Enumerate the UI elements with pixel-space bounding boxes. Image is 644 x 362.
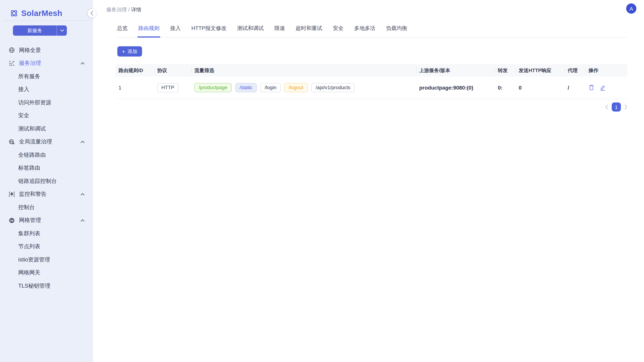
app-title: SolarMesh	[21, 9, 62, 18]
table-row: 1 HTTP /productpage /static /login /logo…	[116, 77, 627, 99]
sidebar-item-global-traffic[interactable]: 全局流量治理	[0, 135, 93, 148]
sidebar-item-node-list[interactable]: 节点列表	[0, 240, 93, 253]
tab-timeout-retry[interactable]: 超时和重试	[295, 23, 323, 37]
solarmesh-app: SolarMesh 新服务 网格全景	[0, 0, 644, 362]
breadcrumb-detail: 详情	[131, 7, 142, 12]
svg-text:SM: SM	[10, 219, 13, 222]
sidebar-collapse-button[interactable]	[88, 9, 96, 17]
col-upstream: 上游服务/版本	[416, 64, 495, 77]
tab-http-rewrite[interactable]: HTTP报文修改	[190, 23, 227, 37]
pagination: 1	[116, 102, 627, 112]
sidebar-item-all-services[interactable]: 所有服务	[0, 70, 93, 83]
sidebar-item-mesh-gateway[interactable]: 网格网关	[0, 266, 93, 279]
filter-tag: /api/v1/products	[311, 83, 355, 92]
table-header-row: 路由规则ID 协议 流量筛选 上游服务/版本 转发 发送HTTP响应 代理 操作	[116, 64, 627, 77]
tab-access[interactable]: 接入	[169, 23, 182, 37]
sidebar-item-security[interactable]: 安全	[0, 109, 93, 122]
sidebar-item-label: 网格全景	[19, 47, 41, 54]
add-rule-label: 添加	[128, 48, 138, 55]
service-mesh-icon	[8, 60, 15, 67]
sidebar-item-cluster-list[interactable]: 集群列表	[0, 227, 93, 240]
cell-actions	[586, 77, 627, 99]
mesh-manage-icon: SM	[8, 217, 15, 224]
protocol-tag: HTTP	[157, 83, 178, 92]
sidebar-nav: 网格全景 服务治理 所有服务 接入 访问外部资源 安全	[0, 44, 93, 292]
filter-tag: /logout	[284, 83, 308, 92]
new-service-dropdown-button[interactable]	[57, 25, 67, 36]
cell-upstream: productpage:9080:(0)	[416, 77, 495, 99]
tab-rate-limit[interactable]: 限速	[274, 23, 286, 37]
tab-routing-rules[interactable]: 路由规则	[138, 23, 160, 37]
sidebar-item-tls-keys[interactable]: TLS秘钥管理	[0, 279, 93, 292]
cell-protocol: HTTP	[154, 77, 192, 99]
monitor-alert-icon	[8, 191, 15, 198]
logo: SolarMesh	[0, 0, 93, 20]
col-forward: 转发	[495, 64, 516, 77]
cell-rule-id: 1	[116, 77, 154, 99]
breadcrumb: 服务治理 / 详情	[106, 6, 142, 13]
prev-page-button[interactable]	[605, 104, 608, 109]
user-avatar[interactable]: A	[626, 3, 636, 14]
plus-icon: +	[122, 48, 125, 54]
tab-security[interactable]: 安全	[332, 23, 344, 37]
chevron-up-icon[interactable]	[80, 141, 85, 143]
cell-proxy: /	[565, 77, 586, 99]
col-http-response: 发送HTTP响应	[516, 64, 565, 77]
filter-tag: /login	[260, 83, 280, 92]
edit-rule-button[interactable]	[600, 85, 606, 91]
add-rule-button[interactable]: + 添加	[117, 46, 142, 56]
chevron-left-icon	[605, 104, 608, 109]
cell-forward: 0:	[495, 77, 516, 99]
breadcrumb-service-governance[interactable]: 服务治理	[106, 7, 127, 12]
chevron-down-icon	[60, 29, 64, 32]
sidebar-item-external-resources[interactable]: 访问外部资源	[0, 96, 93, 109]
sidebar-item-console[interactable]: 控制台	[0, 201, 93, 214]
col-traffic-filter: 流量筛选	[192, 64, 416, 77]
routing-rules-table: 路由规则ID 协议 流量筛选 上游服务/版本 转发 发送HTTP响应 代理 操作…	[116, 64, 627, 99]
delete-rule-button[interactable]	[588, 84, 594, 91]
cell-traffic-filter: /productpage /static /login /logout /api…	[192, 77, 416, 99]
sidebar-item-label-routing[interactable]: 标签路由	[0, 161, 93, 175]
breadcrumb-separator: /	[128, 7, 130, 12]
tab-multi-region[interactable]: 多地多活	[353, 23, 376, 37]
new-service-button[interactable]: 新服务	[13, 25, 57, 36]
chevron-left-icon	[90, 11, 94, 16]
sidebar-item-mesh-management[interactable]: SM 网格管理	[0, 214, 93, 227]
new-service-split-button[interactable]: 新服务	[13, 25, 67, 36]
globe-icon	[8, 47, 15, 53]
cell-http-response: 0	[516, 77, 565, 99]
tab-test-debug[interactable]: 测试和调试	[236, 23, 264, 37]
chevron-right-icon	[624, 104, 627, 109]
sidebar-item-label: 网格管理	[19, 217, 41, 224]
sidebar-item-monitor-alert[interactable]: 监控和警告	[0, 188, 93, 201]
col-rule-id: 路由规则ID	[116, 64, 154, 77]
col-actions: 操作	[586, 64, 627, 77]
edit-icon	[600, 85, 606, 91]
tab-overview[interactable]: 总览	[116, 23, 128, 37]
global-traffic-icon	[8, 139, 15, 145]
solarmesh-logo-icon	[10, 9, 18, 17]
main-content: 服务治理 / 详情 A 总览 路由规则 接入 HTTP报文修改 测试和调试 限速…	[93, 0, 644, 362]
sidebar-item-trace-console[interactable]: 链路追踪控制台	[0, 175, 93, 188]
sidebar-item-label: 服务治理	[19, 60, 41, 67]
chevron-up-icon[interactable]	[80, 62, 85, 64]
next-page-button[interactable]	[624, 104, 627, 109]
tab-bar: 总览 路由规则 接入 HTTP报文修改 测试和调试 限速 超时和重试 安全 多地…	[116, 23, 627, 37]
sidebar-item-istio-resources[interactable]: istio资源管理	[0, 253, 93, 266]
sidebar-item-label: 监控和警告	[19, 191, 46, 198]
sidebar-item-access[interactable]: 接入	[0, 83, 93, 96]
tab-load-balance[interactable]: 负载均衡	[385, 23, 408, 37]
chevron-up-icon[interactable]	[80, 219, 85, 222]
page-number[interactable]: 1	[612, 102, 621, 112]
sidebar-item-test-debug[interactable]: 测试和调试	[0, 122, 93, 135]
sidebar-item-mesh-overview[interactable]: 网格全景	[0, 44, 93, 57]
col-protocol: 协议	[154, 64, 192, 77]
trash-icon	[588, 84, 594, 91]
sidebar: SolarMesh 新服务 网格全景	[0, 0, 93, 362]
filter-tag: /productpage	[194, 83, 232, 92]
sidebar-item-label: 全局流量治理	[19, 138, 52, 145]
sidebar-item-full-link-routing[interactable]: 全链路路由	[0, 148, 93, 161]
sidebar-divider	[4, 20, 93, 21]
sidebar-item-service-governance[interactable]: 服务治理	[0, 57, 93, 70]
chevron-up-icon[interactable]	[80, 193, 85, 195]
